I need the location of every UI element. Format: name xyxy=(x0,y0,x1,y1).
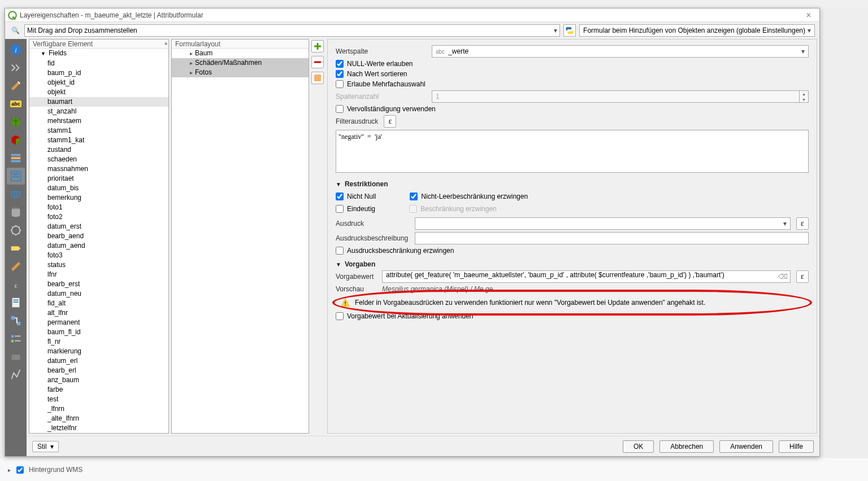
constraint-expression-combo[interactable]: ▾ xyxy=(415,217,791,230)
default-value-input[interactable]: attribute( get_feature( 'm_baeume_aktuel… xyxy=(382,270,791,283)
cancel-button[interactable]: Abbrechen xyxy=(659,440,714,453)
filter-expression-textarea[interactable] xyxy=(336,130,809,173)
field-item[interactable]: lfnr xyxy=(29,270,168,279)
field-item[interactable]: bemerkung xyxy=(29,193,168,203)
fields-root[interactable]: Fields xyxy=(29,49,168,59)
cat-source[interactable] xyxy=(7,59,25,76)
field-item[interactable]: fl_nr xyxy=(29,337,168,347)
field-item[interactable]: foto1 xyxy=(29,203,168,212)
field-item[interactable]: datum_erl xyxy=(29,356,168,366)
layout-item[interactable]: Schäden/Maßnahmen xyxy=(172,58,309,68)
field-item[interactable]: datum_aend xyxy=(29,241,168,251)
field-item[interactable]: objekt_id xyxy=(29,78,168,88)
field-item[interactable]: alt_lfnr xyxy=(29,308,168,318)
not-null-checkbox[interactable]: Nicht Null xyxy=(336,193,376,200)
cat-variables[interactable]: ε xyxy=(7,276,25,293)
enforce-not-empty-checkbox[interactable]: Nicht-Leerbeschränkung erzwingen xyxy=(410,193,528,200)
editor-mode-combo[interactable]: Mit Drag and Drop zusammenstellen ▾ xyxy=(24,24,560,37)
field-item[interactable]: stamm1 xyxy=(29,126,168,135)
field-item[interactable]: stamm1_kat xyxy=(29,135,168,145)
cat-joins[interactable] xyxy=(7,186,25,203)
available-tree[interactable]: Fieldsfidbaum_p_idobjekt_idobjektbaumart… xyxy=(29,49,168,433)
cat-labels[interactable]: abc xyxy=(7,95,25,112)
field-item[interactable]: _letztelfnr xyxy=(29,423,168,433)
cat-rendering[interactable] xyxy=(7,258,25,275)
field-item[interactable]: prioritaet xyxy=(29,174,168,183)
spin-down[interactable]: ▼ xyxy=(800,97,808,102)
layout-item[interactable]: Baum xyxy=(172,49,309,58)
field-item[interactable]: st_anzahl xyxy=(29,107,168,116)
layer-visible-checkbox[interactable] xyxy=(16,466,24,474)
field-item[interactable]: bearb_erl xyxy=(29,366,168,375)
cat-legend[interactable] xyxy=(7,330,25,347)
invert-selection-button[interactable] xyxy=(311,72,324,84)
field-item[interactable]: zustand xyxy=(29,145,168,155)
field-item[interactable]: bearb_aend xyxy=(29,231,168,241)
restrictions-section-header[interactable]: Restriktionen xyxy=(336,180,809,188)
field-item[interactable]: datum_neu xyxy=(29,289,168,299)
expression-builder-button[interactable]: ε xyxy=(796,217,809,230)
add-item-button[interactable] xyxy=(311,40,324,53)
layout-item[interactable]: Fotos xyxy=(172,68,309,77)
expression-builder-button[interactable]: ε xyxy=(384,115,396,128)
field-item[interactable]: baum_p_id xyxy=(29,68,168,78)
field-item[interactable]: _lfnrn xyxy=(29,404,168,414)
field-item[interactable]: baum_fl_id xyxy=(29,327,168,337)
cat-display[interactable] xyxy=(7,240,25,257)
field-item[interactable]: datum_bis xyxy=(29,183,168,193)
value-column-combo[interactable]: abc _werte ▾ xyxy=(432,45,809,58)
field-item[interactable]: foto2 xyxy=(29,212,168,222)
close-button[interactable]: ✕ xyxy=(800,10,817,20)
field-item[interactable]: _alte_lfnrn xyxy=(29,414,168,423)
help-button[interactable]: Hilfe xyxy=(779,440,814,453)
defaults-section-header[interactable]: Vorgaben xyxy=(336,260,809,268)
cat-dependencies[interactable] xyxy=(7,312,25,329)
cat-qgis-server[interactable] xyxy=(7,348,25,365)
cat-fields[interactable] xyxy=(7,150,25,167)
cat-diagrams[interactable] xyxy=(7,132,25,148)
scroll-up-icon[interactable]: ▴ xyxy=(164,40,167,46)
remove-item-button[interactable] xyxy=(311,56,324,68)
field-item[interactable]: anz_baum xyxy=(29,375,168,385)
apply-on-update-checkbox[interactable]: Vorgabewert bei Aktualisierung anwenden xyxy=(336,312,809,320)
field-item[interactable]: permanent xyxy=(29,318,168,327)
expression-desc-input[interactable] xyxy=(415,232,809,244)
field-item[interactable]: status xyxy=(29,260,168,270)
layout-tree[interactable]: BaumSchäden/MaßnahmenFotos xyxy=(172,49,309,433)
sort-by-value-checkbox[interactable]: Nach Wert sortieren xyxy=(336,70,809,78)
cat-metadata[interactable] xyxy=(7,294,25,311)
enforce-expression-checkbox[interactable]: Ausdrucksbeschränkung erzwingen xyxy=(336,247,809,255)
field-item[interactable]: schaeden xyxy=(29,155,168,164)
field-item[interactable]: mehrstaem xyxy=(29,116,168,126)
allow-multi-checkbox[interactable]: Erlaube Mehrfachauswahl xyxy=(336,80,809,88)
field-item[interactable]: bearb_erst xyxy=(29,279,168,289)
spin-up[interactable]: ▲ xyxy=(800,91,808,97)
cat-3dview[interactable] xyxy=(7,113,25,130)
use-completion-checkbox[interactable]: Vervollständigung verwenden xyxy=(336,105,809,113)
cat-auxiliary-storage[interactable] xyxy=(7,204,25,221)
field-item[interactable]: baumart xyxy=(29,97,168,107)
apply-button[interactable]: Anwenden xyxy=(719,440,773,453)
clear-icon[interactable]: ⌫ xyxy=(778,273,788,281)
field-item[interactable]: test xyxy=(29,395,168,404)
python-button[interactable] xyxy=(563,24,576,37)
style-menu-button[interactable]: Stil▾ xyxy=(32,441,59,452)
expression-builder-button[interactable]: ε xyxy=(796,270,809,283)
field-item[interactable]: foto3 xyxy=(29,251,168,260)
field-item[interactable]: fid_alt xyxy=(29,299,168,308)
cat-attributes-form[interactable] xyxy=(7,168,25,185)
ok-button[interactable]: OK xyxy=(623,440,654,453)
show-form-combo[interactable]: Formular beim Hinzufügen von Objekten an… xyxy=(579,24,815,37)
null-allowed-checkbox[interactable]: NULL-Werte erlauben xyxy=(336,60,809,68)
field-item[interactable]: massnahmen xyxy=(29,164,168,174)
field-item[interactable]: markierung xyxy=(29,347,168,356)
cat-information[interactable]: i xyxy=(7,41,25,58)
field-item[interactable]: objekt xyxy=(29,88,168,97)
cat-symbology[interactable] xyxy=(7,77,25,94)
field-item[interactable]: farbe xyxy=(29,385,168,395)
cat-actions[interactable] xyxy=(7,222,25,239)
field-item[interactable]: fid xyxy=(29,59,168,68)
cat-digitizing[interactable] xyxy=(7,366,25,383)
unique-checkbox[interactable]: Eindeutig xyxy=(336,205,375,213)
field-item[interactable]: datum_erst xyxy=(29,222,168,231)
